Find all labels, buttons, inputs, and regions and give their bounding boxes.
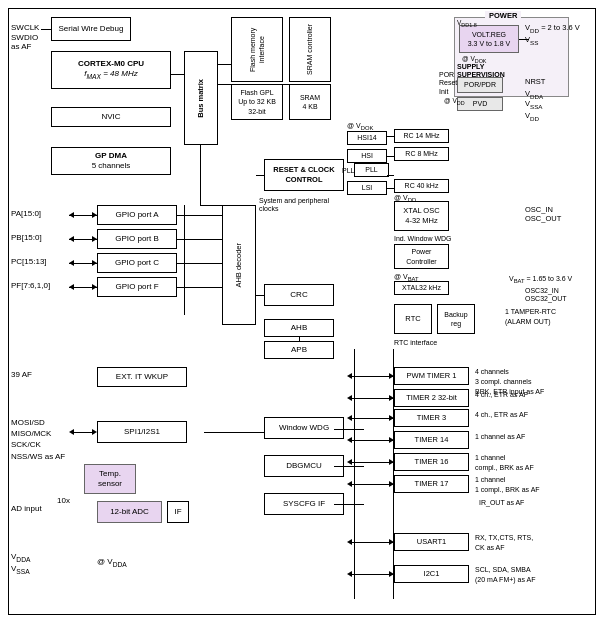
timer2-ch-label: 4 ch., ETR as AF: [475, 391, 528, 399]
pll-to-rc: [387, 175, 394, 176]
pwm-timer1-box: PWM TIMER 1: [394, 367, 469, 385]
vdd18-label: VDD1.8: [457, 19, 477, 29]
ext-it-box: EXT. IT WKUP: [97, 367, 187, 387]
busmatrix-to-sram: [218, 84, 289, 85]
ahbdec-to-resetclk: [256, 175, 264, 176]
bus-to-i2c1: [354, 574, 394, 575]
gpio-c-box: GPIO port C: [97, 253, 177, 273]
cortex-title: CORTEX-M0 CPU: [78, 59, 144, 69]
sram-ctrl-box: SRAM controller: [289, 17, 331, 82]
ahb-box: AHB: [264, 319, 334, 337]
sram-box: SRAM4 KB: [289, 84, 331, 120]
power-ctrl-label: PowerController: [406, 247, 436, 265]
cortex-freq: fMAX = 48 MHz: [78, 69, 144, 81]
ahbdec-to-crc: [256, 295, 264, 296]
swd-box: Serial Wire Debug: [51, 17, 131, 41]
timer2-label: TIMER 2 32-bit: [406, 393, 456, 403]
osc32-label: OSC32_INOSC32_OUT: [525, 287, 567, 304]
apb-box: APB: [264, 341, 334, 359]
apb-to-syscfg: [334, 504, 364, 505]
right-apb-bus: [393, 349, 394, 599]
gpio-c-label: GPIO port C: [115, 258, 159, 268]
adc-box: 12-bit ADC: [97, 501, 162, 523]
pf-dbl-arrow: [69, 283, 97, 291]
ir-out-label: IR_OUT as AF: [479, 499, 524, 507]
usart1-ch-label: RX, TX,CTS, RTS,CK as AF: [475, 533, 533, 553]
ind-wdg-label: Ind. Window WDG: [394, 235, 452, 243]
h2: [184, 239, 222, 240]
rc8-box: RC 8 MHz: [394, 147, 449, 161]
vss-label: VSS: [525, 35, 538, 46]
mosi-label: MOSI/SDMISO/MCKSCK/CKNSS/WS as AF: [11, 417, 65, 462]
ahb-dec-box: AHB decoder: [222, 205, 256, 325]
apb-to-dbgmcu: [334, 466, 364, 467]
spi-box: SPI1/I2S1: [97, 421, 187, 443]
lsi-label: LSI: [362, 183, 373, 192]
rc14-box: RC 14 MHz: [394, 129, 449, 143]
rc40-label: RC 40 kHz: [405, 181, 439, 190]
hsi14-label: HSI14: [357, 133, 376, 142]
win-wdg-label: Window WDG: [279, 423, 329, 433]
pb-label: PB[15:0]: [11, 233, 42, 243]
ahb-to-apb: [299, 337, 300, 341]
flash-box: Flash GPLUp to 32 KB32-bit: [231, 84, 283, 120]
sram-ctrl-label: SRAM controller: [305, 24, 314, 75]
gpio-a-box: GPIO port A: [97, 205, 177, 225]
lsi-to-rc40: [387, 188, 394, 189]
ahb-label: AHB: [291, 323, 307, 333]
spi-label: SPI1/I2S1: [124, 427, 160, 437]
dbgmcu-box: DBGMCU: [264, 455, 344, 477]
gpio-vert-bus: [184, 205, 185, 315]
sys-clocks-label: System and peripheralclocks: [259, 197, 329, 214]
39af-label: 39 AF: [11, 370, 32, 380]
bus-to-timer16: [354, 462, 394, 463]
gpio-b-label: GPIO port B: [115, 234, 159, 244]
volt-to-vdd: [519, 39, 529, 40]
apb-to-spi: [204, 432, 264, 433]
apb-to-winwdg: [334, 429, 364, 430]
hsi-to-rc8: [387, 156, 394, 157]
backup-box: Backupreg: [437, 304, 475, 334]
i2c1-ch-label: SCL, SDA, SMBA(20 mA FM+) as AF: [475, 565, 536, 585]
nrst-label: NRST: [525, 77, 545, 86]
at-vdda-label: @ VDDA: [97, 557, 127, 569]
cortex-to-busmatrix: [171, 74, 184, 75]
crc-label: CRC: [290, 290, 307, 300]
osc-in-label: OSC_INOSC_OUT: [525, 205, 561, 223]
timer3-box: TIMER 3: [394, 409, 469, 427]
rc40-box: RC 40 kHz: [394, 179, 449, 193]
busmatrix-down: [200, 145, 201, 205]
crc-box: CRC: [264, 284, 334, 306]
pll-box: PLL: [354, 163, 389, 177]
ad-input-label: AD input: [11, 504, 42, 514]
bus-to-timer17: [354, 484, 394, 485]
apb-label: APB: [291, 345, 307, 355]
win-wdg-box: Window WDG: [264, 417, 344, 439]
pll-label: PLL: [365, 165, 377, 174]
10x-label: 10x: [57, 496, 70, 506]
bus-to-timer3: [354, 418, 394, 419]
gpio-f-label: GPIO port F: [115, 282, 158, 292]
swclk-to-swd: [41, 29, 51, 30]
gpdma-title: GP DMA: [92, 151, 131, 161]
at-vdd: @ VDD: [394, 194, 416, 204]
timer14-box: TIMER 14: [394, 431, 469, 449]
gpio-a-label: GPIO port A: [115, 210, 158, 220]
rc14-label: RC 14 MHz: [403, 131, 439, 140]
bus-to-timer14: [354, 440, 394, 441]
pa-label: PA[15:0]: [11, 209, 41, 219]
rtc-box: RTC: [394, 304, 432, 334]
xtal32-box: XTAL32 kHz: [394, 281, 449, 295]
ext-it-label: EXT. IT WKUP: [116, 372, 168, 382]
h3: [184, 263, 222, 264]
adc-label: 12-bit ADC: [110, 507, 149, 517]
hsi-box: HSI: [347, 149, 387, 163]
lsi-box: LSI: [347, 181, 387, 195]
syscfg-box: SYSCFG IF: [264, 493, 344, 515]
hsi-label: HSI: [361, 151, 373, 160]
timer17-box: TIMER 17: [394, 475, 469, 493]
gpio-b-box: GPIO port B: [97, 229, 177, 249]
power-title: POWER: [485, 11, 521, 20]
gpdma-channels: 5 channels: [92, 161, 131, 171]
swclk-label: SWCLKSWDIOas AF: [11, 23, 39, 52]
